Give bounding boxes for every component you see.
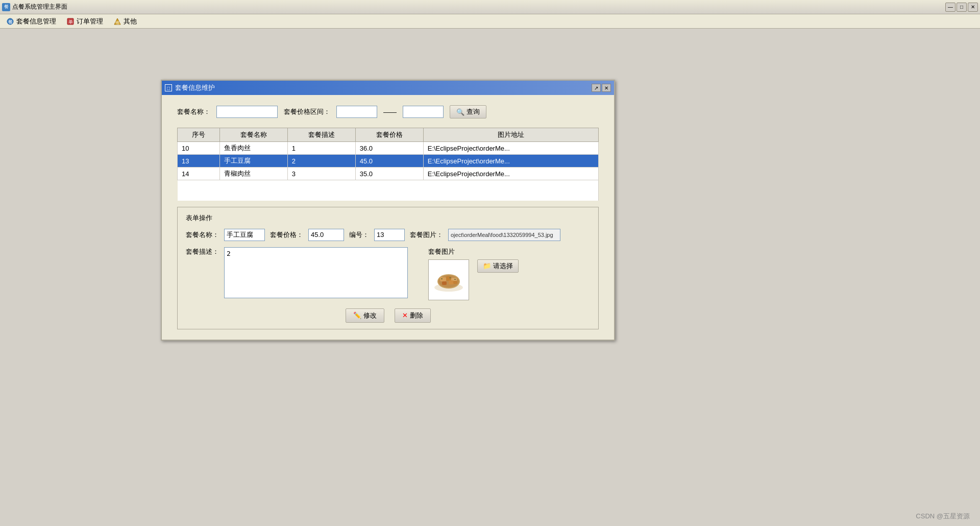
watermark: CSDN @五星资源: [916, 512, 970, 521]
menu-order-label: 订单管理: [77, 17, 103, 26]
svg-point-17: [438, 275, 459, 288]
menu-item-order[interactable]: 单 订单管理: [62, 15, 107, 28]
search-area: 套餐名称： 套餐价格区间： —— 🔍 查询: [177, 105, 599, 118]
form-price-label: 套餐价格：: [270, 230, 303, 240]
app-title: 点餐系统管理主界面: [12, 3, 67, 11]
img-section-label: 套餐图片: [428, 247, 469, 256]
modify-button[interactable]: ✏️ 修改: [346, 308, 384, 323]
main-background: □ 套餐信息维护 ↗ ✕ 套餐名称： 套餐价格区间： —— 🔍 查询: [0, 29, 980, 526]
cell-price: 36.0: [355, 142, 423, 155]
cell-name: 手工豆腐: [219, 155, 287, 168]
svg-text:餐: 餐: [8, 19, 13, 25]
cell-img: E:\EclipseProject\orderMe...: [423, 142, 598, 155]
app-icon: 餐: [2, 3, 10, 11]
menu-item-meal[interactable]: 餐 套餐信息管理: [2, 15, 60, 28]
maximize-button[interactable]: □: [957, 3, 967, 12]
search-icon: 🔍: [456, 108, 464, 116]
close-button[interactable]: ✕: [968, 3, 978, 12]
cell-img: E:\EclipseProject\orderMe...: [423, 155, 598, 168]
search-name-label: 套餐名称：: [177, 107, 210, 116]
cell-id: 14: [178, 168, 220, 180]
form-name-input[interactable]: [224, 229, 265, 241]
cell-name: 鱼香肉丝: [219, 142, 287, 155]
cell-id: 10: [178, 142, 220, 155]
choose-btn-label: 请选择: [493, 261, 513, 271]
menu-item-other[interactable]: 他 其他: [109, 15, 141, 28]
search-btn-label: 查询: [467, 107, 480, 116]
search-price-min-input[interactable]: [336, 106, 377, 118]
folder-icon: 📁: [483, 262, 491, 270]
search-price-label: 套餐价格区间：: [284, 107, 330, 116]
form-section-title: 表单操作: [186, 213, 590, 223]
table-row[interactable]: 14 青椒肉丝 3 35.0 E:\EclipseProject\orderMe…: [178, 168, 599, 180]
dialog-title-left: □ 套餐信息维护: [165, 83, 215, 92]
cell-desc: 1: [287, 142, 355, 155]
dialog-title-buttons: ↗ ✕: [592, 84, 611, 92]
bottom-buttons: ✏️ 修改 ✕ 删除: [186, 308, 590, 323]
cell-price: 45.0: [355, 155, 423, 168]
title-bar-left: 餐 点餐系统管理主界面: [2, 3, 67, 11]
meal-icon: 餐: [6, 17, 14, 26]
menu-other-label: 其他: [124, 17, 137, 26]
table-row[interactable]: 13 手工豆腐 2 45.0 E:\EclipseProject\orderMe…: [178, 155, 599, 168]
modify-btn-label: 修改: [363, 311, 377, 320]
col-header-id: 序号: [178, 128, 220, 142]
dialog-title-bar: □ 套餐信息维护 ↗ ✕: [162, 81, 614, 95]
form-name-label: 套餐名称：: [186, 230, 219, 240]
cell-img: E:\EclipseProject\orderMe...: [423, 168, 598, 180]
title-bar-buttons: — □ ✕: [945, 3, 978, 12]
minimize-button[interactable]: —: [945, 3, 955, 12]
delete-button[interactable]: ✕ 删除: [395, 308, 431, 323]
form-desc-label: 套餐描述：: [186, 247, 219, 256]
form-img-label: 套餐图片：: [410, 230, 443, 240]
image-section: 套餐图片: [428, 247, 519, 300]
other-icon: 他: [113, 17, 121, 26]
search-name-input[interactable]: [216, 106, 278, 118]
col-header-name: 套餐名称: [219, 128, 287, 142]
choose-image-button[interactable]: 📁 请选择: [477, 259, 519, 273]
form-row-1: 套餐名称： 套餐价格： 编号： 套餐图片：: [186, 229, 590, 241]
cell-desc: 3: [287, 168, 355, 180]
form-img-input[interactable]: [448, 229, 560, 241]
meal-table: 序号 套餐名称 套餐描述 套餐价格 图片地址 10 鱼香肉丝 1 36.0 E:…: [177, 128, 599, 201]
col-header-price: 套餐价格: [355, 128, 423, 142]
search-button[interactable]: 🔍 查询: [450, 105, 486, 118]
dialog-close-button[interactable]: ✕: [602, 84, 611, 92]
menu-meal-label: 套餐信息管理: [16, 17, 56, 26]
order-icon: 单: [66, 17, 75, 26]
title-bar: 餐 点餐系统管理主界面 — □ ✕: [0, 0, 980, 14]
form-id-input[interactable]: [374, 229, 405, 241]
form-row-2: 套餐描述： 2 套餐图片: [186, 247, 590, 300]
form-id-label: 编号：: [349, 230, 369, 240]
dialog-body: 套餐名称： 套餐价格区间： —— 🔍 查询 序号 套餐名称 套餐描述: [162, 95, 614, 340]
cell-desc: 2: [287, 155, 355, 168]
form-section: 表单操作 套餐名称： 套餐价格： 编号： 套餐图片： 套餐描述： 2: [177, 207, 599, 329]
delete-btn-label: 删除: [410, 311, 423, 320]
svg-text:他: 他: [115, 20, 119, 25]
cell-id: 13: [178, 155, 220, 168]
pencil-icon: ✏️: [353, 312, 361, 319]
food-image-box: [428, 259, 469, 300]
col-header-desc: 套餐描述: [287, 128, 355, 142]
dialog-maximize-button[interactable]: ↗: [592, 84, 601, 92]
cell-name: 青椒肉丝: [219, 168, 287, 180]
dialog-icon: □: [165, 84, 172, 91]
dialog-meal-info: □ 套餐信息维护 ↗ ✕ 套餐名称： 套餐价格区间： —— 🔍 查询: [161, 80, 615, 341]
search-dash: ——: [383, 108, 397, 116]
svg-text:单: 单: [68, 19, 73, 25]
col-header-img: 图片地址: [423, 128, 598, 142]
menu-bar: 餐 套餐信息管理 单 订单管理 他 其他: [0, 14, 980, 29]
search-price-max-input[interactable]: [403, 106, 444, 118]
table-empty-row: [178, 180, 599, 201]
table-row[interactable]: 10 鱼香肉丝 1 36.0 E:\EclipseProject\orderMe…: [178, 142, 599, 155]
cell-price: 35.0: [355, 168, 423, 180]
form-desc-textarea[interactable]: 2: [224, 247, 408, 298]
dialog-title: 套餐信息维护: [175, 83, 215, 92]
food-image-svg: [431, 262, 467, 298]
form-price-input[interactable]: [308, 229, 344, 241]
delete-x-icon: ✕: [402, 312, 408, 319]
